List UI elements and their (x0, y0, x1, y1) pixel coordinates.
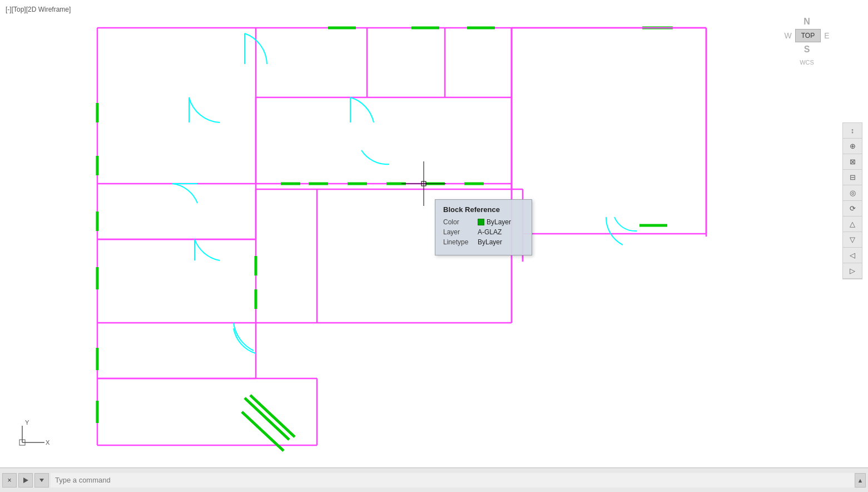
wcs-label: WCS (800, 59, 814, 66)
tooltip-value-linetype: ByLayer (478, 238, 502, 246)
color-swatch (478, 219, 484, 225)
toolbar-btn-4[interactable]: ⊟ (843, 170, 862, 185)
compass-west: W (784, 31, 791, 40)
tooltip-row-color: Color ByLayer (443, 218, 524, 226)
viewport-label: [-][Top][2D Wireframe] (6, 6, 71, 13)
toolbar-btn-1[interactable]: ↕ (843, 123, 862, 139)
tooltip-title: Block Reference (443, 205, 524, 214)
compass-north: N (803, 17, 810, 27)
toolbar-btn-9[interactable]: ◁ (843, 248, 862, 263)
toolbar-btn-5[interactable]: ◎ (843, 185, 862, 201)
toolbar-btn-2[interactable]: ⊕ (843, 139, 862, 154)
view-top-button[interactable]: TOP (795, 29, 821, 42)
compass-east: E (824, 31, 829, 40)
svg-text:Y: Y (25, 420, 29, 426)
right-toolbar: ↕ ⊕ ⊠ ⊟ ◎ ⟳ △ ▽ ◁ ▷ (842, 122, 862, 279)
tooltip-label-layer: Layer (443, 228, 478, 236)
compass-south: S (804, 45, 810, 55)
tooltip-label-linetype: Linetype (443, 238, 478, 246)
compass-row: W TOP E (784, 29, 829, 42)
toolbar-btn-8[interactable]: ▽ (843, 232, 862, 248)
toolbar-btn-3[interactable]: ⊠ (843, 154, 862, 170)
ucs-svg: Y X (11, 420, 50, 454)
tooltip-label-color: Color (443, 218, 478, 226)
ucs-icon: Y X (11, 420, 50, 456)
block-reference-tooltip: Block Reference Color ByLayer Layer A-GL… (435, 199, 532, 255)
tooltip-value-layer: A-GLAZ (478, 228, 502, 236)
command-expand-button[interactable]: ▲ (855, 473, 866, 488)
tooltip-row-linetype: Linetype ByLayer (443, 238, 524, 246)
command-bar: × ▲ (0, 468, 868, 492)
command-clear-button[interactable]: × (2, 473, 17, 488)
toolbar-btn-7[interactable]: △ (843, 217, 862, 232)
command-prompt-button[interactable] (18, 473, 33, 488)
tooltip-value-color: ByLayer (487, 218, 511, 226)
view-cube: N W TOP E S WCS (779, 17, 835, 128)
svg-marker-70 (39, 479, 44, 482)
toolbar-btn-10[interactable]: ▷ (843, 263, 862, 279)
svg-text:X: X (46, 439, 50, 446)
tooltip-row-layer: Layer A-GLAZ (443, 228, 524, 236)
svg-line-51 (250, 395, 295, 437)
command-dropdown-button[interactable] (34, 473, 49, 488)
cad-canvas (0, 0, 868, 468)
command-input[interactable] (51, 473, 855, 488)
toolbar-btn-6[interactable]: ⟳ (843, 201, 862, 217)
svg-marker-69 (23, 478, 28, 483)
cad-drawing (0, 0, 868, 468)
